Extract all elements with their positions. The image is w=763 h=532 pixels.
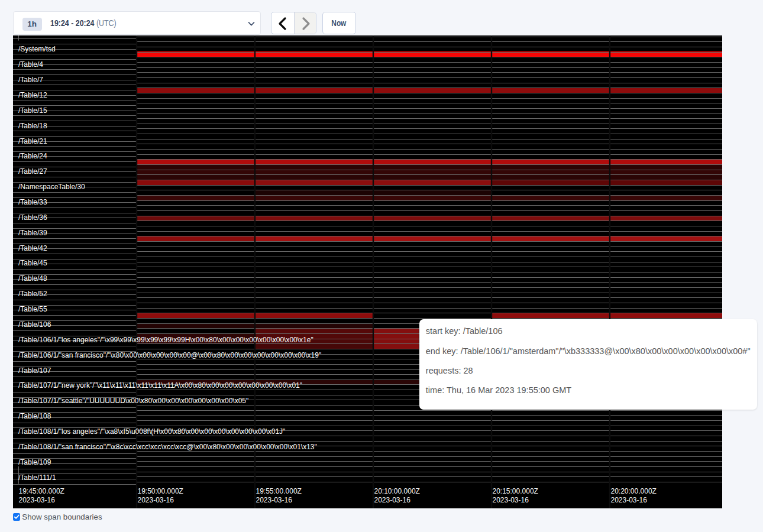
svg-text:/Table/36: /Table/36	[18, 213, 47, 222]
svg-text:/Table/42: /Table/42	[18, 244, 47, 252]
svg-text:19:50:00.000Z: 19:50:00.000Z	[138, 487, 183, 495]
svg-text:/Table/7: /Table/7	[18, 76, 43, 84]
svg-text:/Table/106/1/"san francisco"/": /Table/106/1/"san francisco"/"\x80\x00\x…	[18, 351, 321, 359]
svg-text:/Table/39: /Table/39	[18, 229, 47, 237]
svg-text:20:10:00.000Z: 20:10:00.000Z	[374, 487, 420, 495]
svg-text:/Table/27: /Table/27	[18, 167, 47, 176]
svg-text:2023-03-16: 2023-03-16	[374, 496, 411, 504]
svg-text:/Table/107/1/"new york"/"\x11\: /Table/107/1/"new york"/"\x11\x11\x11\x1…	[18, 381, 302, 390]
svg-text:/Table/108/1/"los angeles"/"\x: /Table/108/1/"los angeles"/"\xa8\xf5\u00…	[18, 427, 285, 436]
svg-text:/Table/108: /Table/108	[18, 412, 51, 420]
svg-text:2023-03-16: 2023-03-16	[19, 496, 56, 504]
svg-text:/Table/4: /Table/4	[18, 60, 43, 69]
svg-text:/Table/55: /Table/55	[18, 305, 47, 313]
svg-text:/Table/109: /Table/109	[18, 458, 51, 466]
svg-text:/Table/106/1/"los angeles"/"\x: /Table/106/1/"los angeles"/"\x99\x99\x99…	[18, 336, 313, 344]
svg-text:/Table/107/1/"seattle"/"UUUUUU: /Table/107/1/"seattle"/"UUUUUUD\x00\x80\…	[18, 397, 248, 405]
svg-text:/NamespaceTable/30: /NamespaceTable/30	[18, 183, 85, 191]
svg-text:20:20:00.000Z: 20:20:00.000Z	[611, 487, 657, 495]
svg-text:/Table/24: /Table/24	[18, 152, 47, 160]
svg-text:/Table/48: /Table/48	[18, 274, 47, 283]
svg-text:2023-03-16: 2023-03-16	[493, 496, 529, 504]
svg-text:19:45:00.000Z: 19:45:00.000Z	[19, 487, 64, 495]
svg-text:/Table/52: /Table/52	[18, 290, 47, 298]
svg-text:/Table/18: /Table/18	[18, 122, 47, 130]
svg-text:/Table/107: /Table/107	[18, 366, 51, 375]
svg-text:/Table/15: /Table/15	[18, 106, 47, 115]
svg-text:20:15:00.000Z: 20:15:00.000Z	[493, 487, 538, 495]
svg-text:/Table/45: /Table/45	[18, 259, 47, 267]
svg-text:/Table/12: /Table/12	[18, 91, 47, 99]
svg-text:/Table/106: /Table/106	[18, 320, 51, 329]
svg-text:/System/tsd: /System/tsd	[18, 45, 56, 53]
svg-text:/Table/111/1: /Table/111/1	[18, 473, 56, 482]
svg-text:/Table/21: /Table/21	[18, 137, 47, 145]
svg-text:19:55:00.000Z: 19:55:00.000Z	[256, 487, 302, 495]
svg-text:/Table/108/1/"san francisco"/": /Table/108/1/"san francisco"/"\x8c\xcc\x…	[18, 443, 317, 451]
svg-text:2023-03-16: 2023-03-16	[611, 496, 648, 504]
svg-text:/Table/33: /Table/33	[18, 198, 47, 206]
svg-text:2023-03-16: 2023-03-16	[256, 496, 293, 504]
svg-text:2023-03-16: 2023-03-16	[138, 496, 174, 504]
